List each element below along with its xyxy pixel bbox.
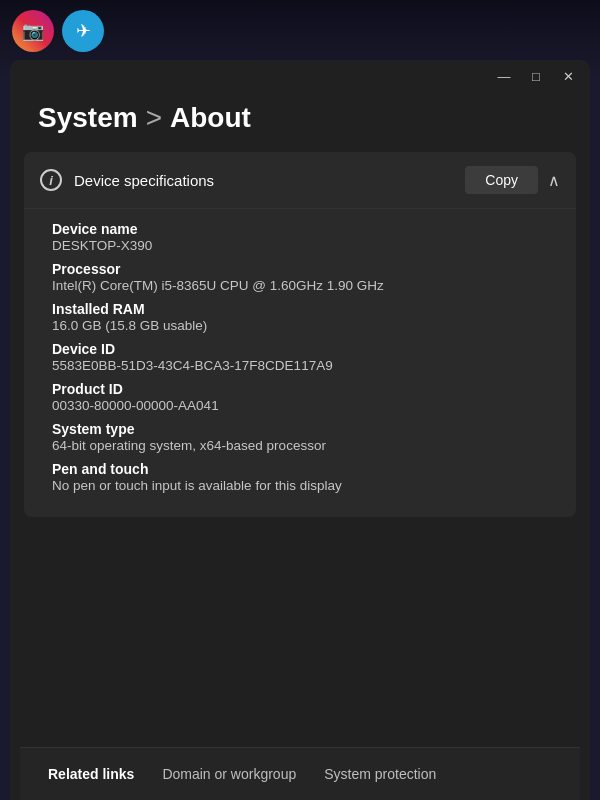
section-header: i Device specifications Copy ∧ <box>24 152 576 209</box>
spec-value-device-name: DESKTOP-X390 <box>52 238 548 253</box>
spec-label-ram: Installed RAM <box>52 301 548 317</box>
spec-label-processor: Processor <box>52 261 548 277</box>
spec-label-device-id: Device ID <box>52 341 548 357</box>
section-header-right: Copy ∧ <box>465 166 560 194</box>
breadcrumb-parent[interactable]: System <box>38 102 138 134</box>
spec-value-product-id: 00330-80000-00000-AA041 <box>52 398 548 413</box>
bottom-links: Related links Domain or workgroup System… <box>20 747 580 800</box>
specs-list: Device name DESKTOP-X390 Processor Intel… <box>24 209 576 517</box>
section-header-left: i Device specifications <box>40 169 214 191</box>
spec-label-product-id: Product ID <box>52 381 548 397</box>
spec-row-system-type: System type 64-bit operating system, x64… <box>52 421 548 453</box>
spec-label-device-name: Device name <box>52 221 548 237</box>
breadcrumb-separator: > <box>146 102 162 134</box>
title-bar: — □ ✕ <box>10 60 590 92</box>
spec-value-device-id: 5583E0BB-51D3-43C4-BCA3-17F8CDE117A9 <box>52 358 548 373</box>
spec-label-pen-touch: Pen and touch <box>52 461 548 477</box>
copy-button[interactable]: Copy <box>465 166 538 194</box>
link-domain-workgroup[interactable]: Domain or workgroup <box>162 766 296 782</box>
minimize-button[interactable]: — <box>496 68 512 84</box>
close-button[interactable]: ✕ <box>560 68 576 84</box>
breadcrumb-current: About <box>170 102 251 134</box>
spec-label-system-type: System type <box>52 421 548 437</box>
breadcrumb: System > About <box>10 92 590 152</box>
spec-value-system-type: 64-bit operating system, x64-based proce… <box>52 438 548 453</box>
instagram-icon[interactable]: 📷 <box>12 10 54 52</box>
spec-row-processor: Processor Intel(R) Core(TM) i5-8365U CPU… <box>52 261 548 293</box>
section-title: Device specifications <box>74 172 214 189</box>
telegram-icon[interactable]: ✈ <box>62 10 104 52</box>
spec-value-ram: 16.0 GB (15.8 GB usable) <box>52 318 548 333</box>
spec-row-product-id: Product ID 00330-80000-00000-AA041 <box>52 381 548 413</box>
settings-window: — □ ✕ System > About i Device specificat… <box>10 60 590 800</box>
link-system-protection[interactable]: System protection <box>324 766 436 782</box>
spec-value-pen-touch: No pen or touch input is available for t… <box>52 478 548 493</box>
chevron-up-icon: ∧ <box>548 171 560 190</box>
maximize-button[interactable]: □ <box>528 68 544 84</box>
spec-row-ram: Installed RAM 16.0 GB (15.8 GB usable) <box>52 301 548 333</box>
link-related-links[interactable]: Related links <box>48 766 134 782</box>
spec-row-device-name: Device name DESKTOP-X390 <box>52 221 548 253</box>
spec-value-processor: Intel(R) Core(TM) i5-8365U CPU @ 1.60GHz… <box>52 278 548 293</box>
spec-row-device-id: Device ID 5583E0BB-51D3-43C4-BCA3-17F8CD… <box>52 341 548 373</box>
info-icon: i <box>40 169 62 191</box>
spec-row-pen-touch: Pen and touch No pen or touch input is a… <box>52 461 548 493</box>
content-area: i Device specifications Copy ∧ Device na… <box>24 152 576 517</box>
